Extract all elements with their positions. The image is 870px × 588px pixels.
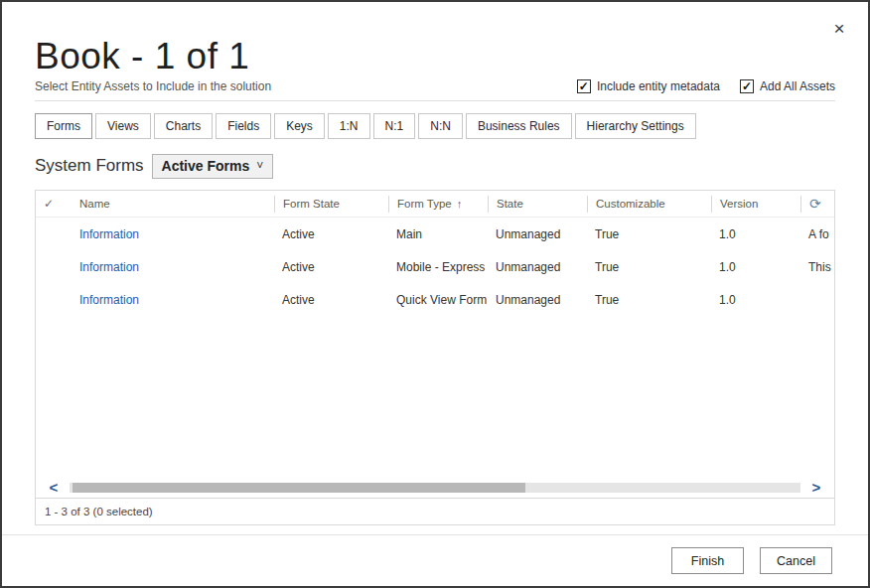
description-cell: This	[800, 260, 834, 274]
column-label: State	[497, 198, 523, 210]
form-state-cell: Active	[274, 227, 388, 241]
close-icon[interactable]: ×	[826, 16, 852, 42]
grid-empty-area	[36, 316, 834, 478]
cancel-button[interactable]: Cancel	[760, 547, 832, 574]
state-cell: Unmanaged	[488, 293, 587, 307]
column-label: Form State	[283, 198, 340, 210]
form-state-cell: Active	[274, 293, 388, 307]
tab-fields[interactable]: Fields	[216, 113, 271, 139]
finish-button[interactable]: Finish	[671, 547, 744, 574]
scroll-left-icon[interactable]: <	[46, 480, 62, 496]
check-icon: ✓	[44, 197, 54, 211]
form-type-cell: Mobile - Express	[388, 260, 488, 274]
form-name-link[interactable]: Information	[79, 227, 139, 241]
column-label: Version	[720, 198, 758, 210]
checkbox-checked-icon: ✓	[740, 79, 754, 93]
version-cell: 1.0	[711, 260, 800, 274]
form-state-cell: Active	[274, 260, 388, 274]
column-header-state[interactable]: State	[488, 196, 587, 213]
column-header-form-state[interactable]: Form State	[274, 196, 388, 213]
tab-n1[interactable]: N:1	[373, 113, 416, 139]
column-label: Form Type	[397, 198, 452, 210]
include-entity-metadata-checkbox[interactable]: ✓ Include entity metadata	[577, 79, 720, 93]
grid-header: ✓ Name Form State Form Type↑ State Custo…	[36, 191, 834, 218]
customizable-cell: True	[587, 293, 711, 307]
form-filter-value: Active Forms	[162, 158, 250, 174]
tab-1n[interactable]: 1:N	[328, 113, 370, 139]
version-cell: 1.0	[711, 227, 800, 241]
dialog-footer: Finish Cancel	[2, 534, 868, 586]
tab-views[interactable]: Views	[95, 113, 151, 139]
checkmark-glyph: ✓	[742, 80, 752, 92]
page-title: Book - 1 of 1	[35, 36, 835, 77]
dialog-subtitle: Select Entity Assets to Include in the s…	[35, 79, 271, 93]
asset-tabs: Forms Views Charts Fields Keys 1:N N:1 N…	[35, 113, 835, 139]
horizontal-scrollbar: < >	[36, 478, 834, 498]
customizable-cell: True	[587, 227, 711, 241]
scrollbar-thumb[interactable]	[72, 483, 525, 493]
table-row[interactable]: Information Active Quick View Form Unman…	[36, 283, 834, 316]
select-all-column-header[interactable]: ✓	[36, 196, 72, 213]
customizable-cell: True	[587, 260, 711, 274]
refresh-icon[interactable]: ⟳	[809, 196, 821, 212]
description-cell: A fo	[800, 227, 834, 241]
add-all-assets-label: Add All Assets	[760, 79, 835, 93]
scroll-right-icon[interactable]: >	[808, 480, 824, 496]
record-count-status: 1 - 3 of 3 (0 selected)	[36, 498, 834, 524]
table-row[interactable]: Information Active Main Unmanaged True 1…	[36, 218, 834, 250]
chevron-down-icon: ˅	[256, 159, 263, 173]
form-name-link[interactable]: Information	[79, 260, 139, 274]
forms-grid: ✓ Name Form State Form Type↑ State Custo…	[35, 190, 835, 525]
state-cell: Unmanaged	[488, 260, 587, 274]
form-type-cell: Main	[388, 227, 488, 241]
system-forms-label: System Forms	[35, 156, 144, 176]
include-entity-metadata-label: Include entity metadata	[597, 79, 720, 93]
subtitle-row: Select Entity Assets to Include in the s…	[35, 79, 835, 101]
checkmark-glyph: ✓	[579, 80, 589, 92]
column-header-customizable[interactable]: Customizable	[587, 196, 711, 213]
sort-ascending-icon: ↑	[457, 198, 463, 210]
tab-charts[interactable]: Charts	[154, 113, 213, 139]
form-type-cell: Quick View Form	[388, 293, 488, 307]
tab-forms[interactable]: Forms	[35, 113, 92, 139]
checkbox-checked-icon: ✓	[577, 79, 591, 93]
options-group: ✓ Include entity metadata ✓ Add All Asse…	[577, 79, 835, 93]
scrollbar-track[interactable]	[70, 483, 800, 493]
add-assets-dialog: × Book - 1 of 1 Select Entity Assets to …	[0, 0, 870, 588]
table-row[interactable]: Information Active Mobile - Express Unma…	[36, 250, 834, 283]
column-header-description[interactable]: ⟳	[800, 196, 834, 213]
tab-nn[interactable]: N:N	[418, 113, 463, 139]
tab-hierarchy-settings[interactable]: Hierarchy Settings	[575, 113, 696, 139]
tab-keys[interactable]: Keys	[274, 113, 325, 139]
form-filter-dropdown[interactable]: Active Forms ˅	[152, 154, 274, 179]
column-header-version[interactable]: Version	[711, 196, 800, 213]
column-header-name[interactable]: Name	[72, 196, 274, 213]
column-header-form-type[interactable]: Form Type↑	[388, 196, 488, 213]
tab-business-rules[interactable]: Business Rules	[466, 113, 572, 139]
version-cell: 1.0	[711, 293, 800, 307]
add-all-assets-checkbox[interactable]: ✓ Add All Assets	[740, 79, 835, 93]
column-label: Name	[79, 198, 110, 210]
filter-row: System Forms Active Forms ˅	[35, 151, 835, 181]
state-cell: Unmanaged	[488, 227, 587, 241]
column-label: Customizable	[596, 198, 665, 210]
form-name-link[interactable]: Information	[79, 293, 139, 307]
